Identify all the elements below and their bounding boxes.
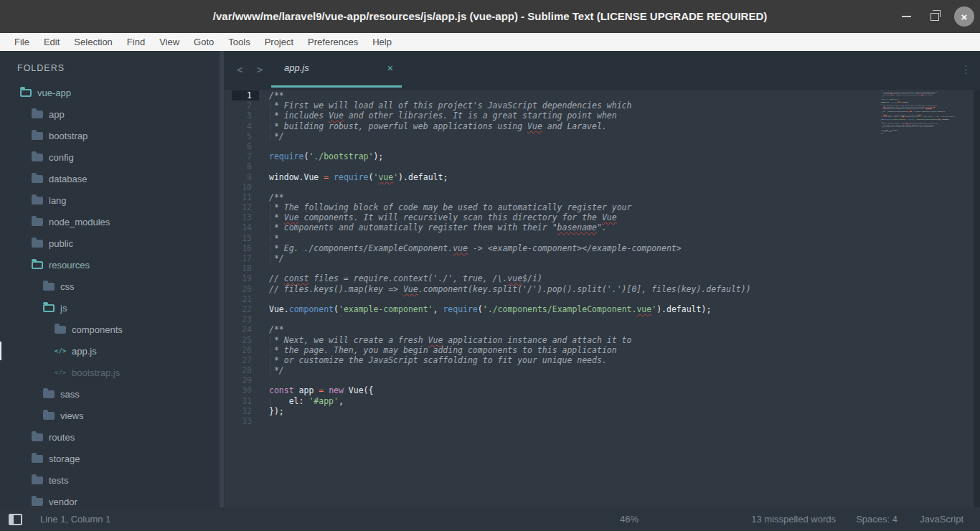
code-line: * the page. Then, you may begin adding c… bbox=[269, 345, 751, 355]
code-line: require('./bootstrap'); bbox=[269, 151, 751, 161]
code-token: ( bbox=[334, 304, 339, 314]
menu-item-project[interactable]: Project bbox=[258, 33, 301, 51]
line-number: 30 bbox=[232, 385, 259, 395]
tab-appjs[interactable]: app.js × bbox=[271, 51, 402, 88]
sidebar-folder-js[interactable]: js bbox=[0, 297, 220, 319]
sidebar-folder-tests[interactable]: tests bbox=[0, 469, 220, 491]
code-line: * Eg. ./components/ExampleComponent.vue … bbox=[269, 243, 751, 253]
code-token: .component(key.split('/').pop().split('.… bbox=[418, 284, 751, 294]
line-number: 6 bbox=[232, 141, 259, 151]
menu-item-file[interactable]: File bbox=[7, 33, 37, 51]
code-token: 'example-component' bbox=[339, 304, 433, 314]
code-token: ". bbox=[597, 222, 607, 232]
folder-icon bbox=[43, 412, 55, 420]
sidebar-toggle-icon[interactable] bbox=[9, 514, 22, 525]
code-line bbox=[269, 161, 751, 171]
sidebar-folder-public[interactable]: public bbox=[0, 232, 220, 254]
code-line: // const files = require.context('./', t… bbox=[269, 273, 751, 283]
code-line: * Vue components. It will recursively sc… bbox=[269, 212, 751, 222]
sidebar-folder-vue-app[interactable]: vue-app bbox=[0, 82, 220, 103]
sidebar-folder-database[interactable]: database bbox=[0, 168, 220, 189]
sidebar-folder-storage[interactable]: storage bbox=[0, 448, 220, 469]
sidebar-folder-routes[interactable]: routes bbox=[0, 426, 220, 448]
menu-item-view[interactable]: View bbox=[152, 33, 187, 51]
line-number: 2 bbox=[232, 100, 259, 111]
editor-scrollbar[interactable] bbox=[974, 90, 980, 507]
code-token: new bbox=[329, 385, 344, 395]
code-line: * Next, we will create a fresh Vue appli… bbox=[269, 335, 751, 345]
folder-icon bbox=[32, 498, 43, 506]
sidebar-folder-node_modules[interactable]: node_modules bbox=[0, 211, 220, 232]
code-token: basename bbox=[557, 222, 597, 232]
sidebar-folder-components[interactable]: components bbox=[0, 319, 220, 340]
code-token: * Next, we will create a fresh bbox=[269, 335, 428, 345]
tree-item-label: js bbox=[60, 303, 67, 314]
minimap[interactable]: /** * First we will load all of this pro… bbox=[881, 90, 958, 136]
code-token: // bbox=[269, 273, 284, 283]
line-number: 17 bbox=[232, 253, 259, 263]
line-number: 25 bbox=[232, 335, 259, 345]
tab-overflow-icon[interactable]: ⋮ bbox=[961, 51, 971, 88]
sidebar-folder-lang[interactable]: lang bbox=[0, 189, 220, 211]
code-token: */ bbox=[269, 365, 284, 375]
code-line bbox=[881, 133, 958, 135]
sidebar-file-bootstrap-js[interactable]: </>bootstrap.js bbox=[0, 362, 220, 383]
code-token: require bbox=[443, 304, 477, 314]
close-button[interactable]: × bbox=[953, 0, 975, 33]
status-misspelled-words[interactable]: 13 misspelled words bbox=[751, 507, 836, 531]
menu-item-help[interactable]: Help bbox=[365, 33, 399, 51]
line-number: 22 bbox=[232, 304, 259, 314]
folder-icon bbox=[32, 476, 43, 484]
tree-item-label: vue-app bbox=[37, 88, 71, 98]
status-syntax[interactable]: JavaScript bbox=[920, 507, 963, 531]
menu-item-find[interactable]: Find bbox=[120, 33, 152, 51]
menu-item-selection[interactable]: Selection bbox=[67, 33, 119, 51]
tree-item-label: app bbox=[49, 109, 65, 120]
code-token: ).default); bbox=[656, 304, 711, 314]
sidebar-folder-resources[interactable]: resources bbox=[0, 254, 220, 276]
code-token: */ bbox=[269, 131, 284, 141]
sidebar-folder-vendor[interactable]: vendor bbox=[0, 491, 220, 507]
folder-icon bbox=[32, 433, 43, 441]
sidebar-folder-views[interactable]: views bbox=[0, 405, 220, 426]
sidebar-folder-sass[interactable]: sass bbox=[0, 383, 220, 405]
code-token: vue bbox=[378, 172, 393, 182]
code-content[interactable]: /** * First we will load all of this pro… bbox=[269, 90, 751, 426]
code-token: './components/ExampleComponent. bbox=[483, 304, 637, 314]
code-token bbox=[329, 172, 334, 182]
code-area[interactable]: 1234567891011121314151617181920212223242… bbox=[225, 90, 980, 507]
line-number: 8 bbox=[232, 161, 259, 171]
main-area: FOLDERS vue-appappbootstrapconfigdatabas… bbox=[0, 51, 980, 507]
code-token: Vue({ bbox=[344, 385, 374, 395]
line-number: 3 bbox=[232, 111, 259, 121]
code-token: Vue bbox=[428, 335, 443, 345]
folder-open-icon bbox=[20, 89, 32, 97]
tab-close-icon[interactable]: × bbox=[387, 51, 393, 85]
sidebar-scrollbar[interactable] bbox=[220, 51, 224, 507]
sidebar-folder-config[interactable]: config bbox=[0, 146, 220, 168]
sidebar-folder-css[interactable]: css bbox=[0, 276, 220, 297]
code-line: * includes Vue and other libraries. It i… bbox=[269, 111, 751, 121]
menu-item-preferences[interactable]: Preferences bbox=[301, 33, 365, 51]
close-icon: × bbox=[954, 6, 974, 27]
code-line: /** bbox=[269, 324, 751, 334]
code-line: el: '#app', bbox=[269, 396, 751, 406]
menu-item-edit[interactable]: Edit bbox=[37, 33, 67, 51]
sidebar-folder-bootstrap[interactable]: bootstrap bbox=[0, 125, 220, 146]
code-line: */ bbox=[269, 253, 751, 263]
folder-icon bbox=[32, 455, 43, 463]
maximize-button[interactable] bbox=[924, 0, 946, 33]
code-token: -> <example-component></example-componen… bbox=[468, 243, 682, 253]
status-zoom-level[interactable]: 46% bbox=[620, 507, 639, 531]
code-token: * the page. Then, you may begin adding c… bbox=[269, 345, 617, 355]
folder-open-icon bbox=[43, 304, 55, 312]
tab-history-forward-icon[interactable]: > bbox=[257, 51, 263, 88]
menu-item-goto[interactable]: Goto bbox=[187, 33, 221, 51]
minimize-button[interactable] bbox=[895, 0, 917, 33]
sidebar-file-app-js[interactable]: </>app.js bbox=[0, 340, 220, 362]
code-token: * components and automatically register … bbox=[269, 222, 557, 232]
menu-item-tools[interactable]: Tools bbox=[221, 33, 257, 51]
status-indentation[interactable]: Spaces: 4 bbox=[856, 507, 897, 531]
tab-history-back-icon[interactable]: < bbox=[237, 51, 242, 88]
sidebar-folder-app[interactable]: app bbox=[0, 103, 220, 125]
